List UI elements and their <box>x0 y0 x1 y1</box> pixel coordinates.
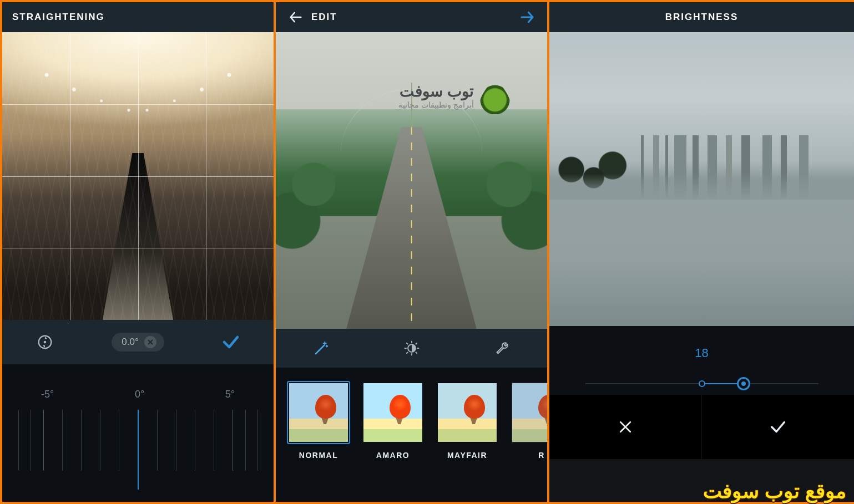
screen-straightening: STRAIGHTENING 0.0° <box>2 2 274 502</box>
angle-ruler[interactable]: -5° 0° 5° <box>2 364 274 502</box>
filter-thumb <box>511 382 547 443</box>
filter-thumb <box>288 382 349 443</box>
watermark-title: توب سوفت <box>398 82 474 100</box>
cancel-button[interactable] <box>549 395 701 459</box>
watermark-subtitle: أبرامج وتطبيقات مجانية <box>398 100 474 109</box>
svg-point-3 <box>44 341 47 344</box>
filter-label: R <box>538 451 545 460</box>
filter-normal[interactable]: NORMAL <box>288 382 349 502</box>
drop-icon <box>479 77 511 114</box>
topbar: STRAIGHTENING <box>2 2 274 32</box>
photo-preview[interactable]: توب سوفت أبرامج وتطبيقات مجانية <box>276 32 547 329</box>
slider-knob[interactable] <box>737 377 750 390</box>
accept-button[interactable] <box>701 395 854 459</box>
check-icon <box>769 418 787 436</box>
filter-label: NORMAL <box>299 451 338 460</box>
brightness-contrast-icon[interactable] <box>366 329 457 368</box>
screen-title: STRAIGHTENING <box>12 12 264 23</box>
brightness-slider[interactable] <box>585 373 818 395</box>
photo-preview[interactable] <box>549 32 854 326</box>
screen-edit: EDIT توب سوفت أبرامج وتطبيقات مجانية <box>276 2 547 502</box>
magic-wand-icon[interactable] <box>276 329 366 368</box>
watermark-logo: توب سوفت أبرامج وتطبيقات مجانية <box>398 77 511 114</box>
screen-title: BRIGHTNESS <box>665 12 738 23</box>
back-arrow-icon[interactable] <box>286 7 306 27</box>
ruler-indicator[interactable] <box>138 410 139 490</box>
ruler-label-center: 0° <box>135 389 144 400</box>
ruler-label-left: -5° <box>41 389 54 400</box>
topbar: BRIGHTNESS <box>549 2 854 32</box>
straighten-grid <box>2 32 274 320</box>
angle-value: 0.0° <box>122 337 138 348</box>
app-triptych: STRAIGHTENING 0.0° <box>0 0 854 504</box>
close-icon <box>617 419 634 435</box>
filter-amaro[interactable]: AMARO <box>362 382 423 502</box>
accept-check-icon[interactable] <box>221 332 241 352</box>
filter-partial[interactable]: R <box>511 382 547 502</box>
wrench-icon[interactable] <box>457 329 547 368</box>
brightness-panel: 18 <box>549 326 854 395</box>
brightness-value: 18 <box>695 346 708 360</box>
slider-origin-icon <box>699 380 705 387</box>
footer-watermark: موقع توب سوفت <box>703 480 846 503</box>
filter-strip[interactable]: NORMAL AMARO MAYFAIR R <box>276 368 547 502</box>
action-bar <box>549 395 854 459</box>
filter-label: AMARO <box>376 451 410 460</box>
filter-thumb <box>362 382 423 443</box>
next-arrow-icon[interactable] <box>517 7 537 27</box>
photo-preview[interactable] <box>2 32 274 320</box>
ruler-label-right: 5° <box>225 389 235 400</box>
screen-brightness: BRIGHTNESS 18 <box>549 2 854 502</box>
filter-thumb <box>437 382 498 443</box>
clear-angle-icon[interactable] <box>144 336 156 348</box>
rotate-icon[interactable] <box>35 332 55 352</box>
ruler-ticks <box>13 410 262 490</box>
topbar: EDIT <box>276 2 547 32</box>
angle-chip[interactable]: 0.0° <box>112 333 164 352</box>
svg-marker-1 <box>45 337 47 339</box>
screen-title: EDIT <box>311 12 517 23</box>
svg-marker-2 <box>43 345 45 348</box>
tool-tabs <box>276 329 547 368</box>
straighten-controls: 0.0° <box>2 320 274 364</box>
filter-label: MAYFAIR <box>447 451 487 460</box>
filter-mayfair[interactable]: MAYFAIR <box>437 382 498 502</box>
